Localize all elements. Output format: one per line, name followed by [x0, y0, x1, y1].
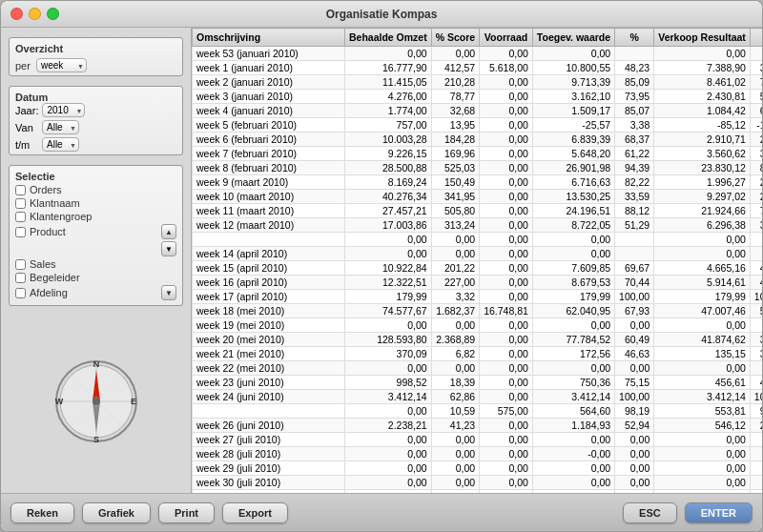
- table-cell: 3.412,14: [654, 390, 751, 404]
- table-cell: 48,23: [615, 61, 654, 75]
- table-cell: 0,00: [480, 347, 533, 361]
- table-row: week 15 (april 2010)10.922,84201,220,007…: [193, 261, 763, 276]
- table-cell: -25,57: [532, 118, 614, 133]
- klantengroep-checkbox[interactable]: [15, 212, 26, 222]
- table-cell: 1.996,27: [654, 175, 751, 190]
- table-cell: 575,00: [480, 404, 533, 419]
- begeleider-checkbox[interactable]: [15, 273, 26, 283]
- table-cell: 98,19: [615, 404, 654, 419]
- close-button[interactable]: [10, 8, 23, 20]
- table-cell: 6.716,63: [532, 175, 614, 190]
- svg-text:W: W: [54, 397, 63, 406]
- table-cell: week 28 (juli 2010): [193, 447, 345, 461]
- table-cell: 13.530,25: [532, 190, 614, 204]
- table-cell: 0,00: [431, 233, 479, 247]
- table-cell: 32,56: [750, 333, 762, 347]
- table-cell: 45,73: [750, 376, 762, 390]
- table-cell: 0,00: [480, 247, 533, 261]
- main-window: Organisatie Kompas Overzicht per week ma…: [0, 0, 763, 532]
- table-cell: -11,24: [750, 118, 762, 133]
- van-select[interactable]: Alle: [42, 120, 79, 134]
- table-cell: 184,28: [431, 133, 479, 147]
- table-cell: 0,00: [480, 90, 533, 104]
- table-cell: 0,00: [750, 318, 762, 333]
- table-cell: week 5 (februari 2010): [193, 118, 345, 133]
- table-cell: 0,00: [480, 190, 533, 204]
- svg-text:S: S: [93, 435, 98, 444]
- table-cell: 0,00: [480, 476, 533, 490]
- table-cell: 0,00: [345, 318, 432, 333]
- table-cell: 6.839,39: [532, 133, 614, 147]
- table-cell: 0,00: [480, 47, 533, 61]
- table-cell: 0,00: [345, 461, 432, 476]
- enter-button[interactable]: ENTER: [685, 502, 753, 523]
- table-row: 0,000,000,000,000,000,00: [193, 233, 763, 247]
- orders-checkbox[interactable]: [15, 185, 26, 195]
- afdeling-label: Afdeling: [30, 287, 68, 298]
- tm-row: t/m Alle: [15, 137, 176, 152]
- table-cell: week 29 (juli 2010): [193, 461, 345, 476]
- table-cell: 10.922,84: [345, 261, 432, 276]
- table-cell: 100,00: [750, 390, 762, 404]
- product-arrow-down[interactable]: ▼: [161, 241, 176, 256]
- table-cell: 38,59: [750, 147, 762, 161]
- table-cell: 0,00: [615, 318, 654, 333]
- tm-select[interactable]: Alle: [42, 137, 79, 152]
- klantengroep-label: Klantengroep: [30, 211, 92, 222]
- table-cell: 36,52: [750, 347, 762, 361]
- van-select-wrapper: Alle: [42, 120, 79, 134]
- table-cell: 553,81: [654, 404, 751, 419]
- table-row: week 30 (juli 2010)0,000,000,000,000,000…: [193, 476, 763, 490]
- table-cell: 24.196,51: [532, 204, 614, 218]
- table-container[interactable]: Omschrijving Behaalde Omzet % Score Voor…: [192, 28, 762, 493]
- table-cell: 24,40: [750, 419, 762, 433]
- table-cell: 0,00: [480, 376, 533, 390]
- product-label: Product: [30, 226, 66, 237]
- jaar-select[interactable]: 2010 2009 2011: [42, 103, 85, 117]
- table-cell: 0,00: [750, 461, 762, 476]
- header-waarde: Toegev. waarde: [532, 29, 614, 47]
- table-cell: 3,32: [431, 290, 479, 304]
- table-cell: 51,29: [615, 218, 654, 233]
- minimize-button[interactable]: [29, 8, 41, 20]
- table-cell: 172,56: [532, 347, 614, 361]
- datum-section: Datum Jaar: 2010 2009 2011 Van: [9, 86, 183, 155]
- reken-button[interactable]: Reken: [10, 502, 74, 523]
- table-cell: week 16 (april 2010): [193, 276, 345, 290]
- product-checkbox[interactable]: [15, 227, 26, 237]
- esc-button[interactable]: ESC: [623, 502, 677, 523]
- afdeling-arrow[interactable]: ▼: [161, 285, 176, 300]
- compass-svg: N S E W: [53, 358, 139, 444]
- tm-select-wrapper: Alle: [42, 137, 79, 152]
- table-cell: 1.084,42: [654, 104, 751, 118]
- table-row: week 26 (juni 2010)2.238,2141,230,001.18…: [193, 419, 763, 433]
- export-button[interactable]: Export: [222, 502, 288, 523]
- header-omschrijving: Omschrijving: [193, 29, 345, 47]
- print-button[interactable]: Print: [158, 502, 215, 523]
- table-row: week 53 (januari 2010)0,000,000,000,000,…: [193, 47, 763, 61]
- table-row: week 5 (februari 2010)757,0013,950,00-25…: [193, 118, 763, 133]
- grafiek-button[interactable]: Grafiek: [82, 502, 151, 523]
- table-cell: 16.748,81: [480, 304, 533, 318]
- tm-label: t/m: [15, 139, 38, 151]
- checkbox-klantnaam: Klantnaam: [15, 197, 176, 209]
- product-arrow-up[interactable]: ▲: [161, 224, 176, 239]
- table-cell: week 53 (januari 2010): [193, 47, 345, 61]
- table-cell: 750,36: [532, 376, 614, 390]
- table-cell: 0,00: [750, 361, 762, 376]
- table-cell: 998,52: [345, 376, 432, 390]
- table-cell: 62,86: [431, 390, 479, 404]
- table-cell: -85,12: [654, 118, 751, 133]
- klantnaam-checkbox[interactable]: [15, 198, 26, 209]
- table-cell: 74,12: [750, 75, 762, 90]
- maximize-button[interactable]: [47, 8, 59, 20]
- table-cell: week 7 (februari 2010): [193, 147, 345, 161]
- table-cell: 100,00: [615, 290, 654, 304]
- sales-checkbox[interactable]: [15, 259, 26, 270]
- afdeling-checkbox[interactable]: [15, 288, 26, 298]
- table-cell: 48,00: [750, 276, 762, 290]
- checkbox-orders: Orders: [15, 184, 176, 195]
- per-select[interactable]: week maand: [36, 58, 87, 72]
- table-cell: week 12 (maart 2010): [193, 218, 345, 233]
- svg-point-8: [93, 398, 100, 405]
